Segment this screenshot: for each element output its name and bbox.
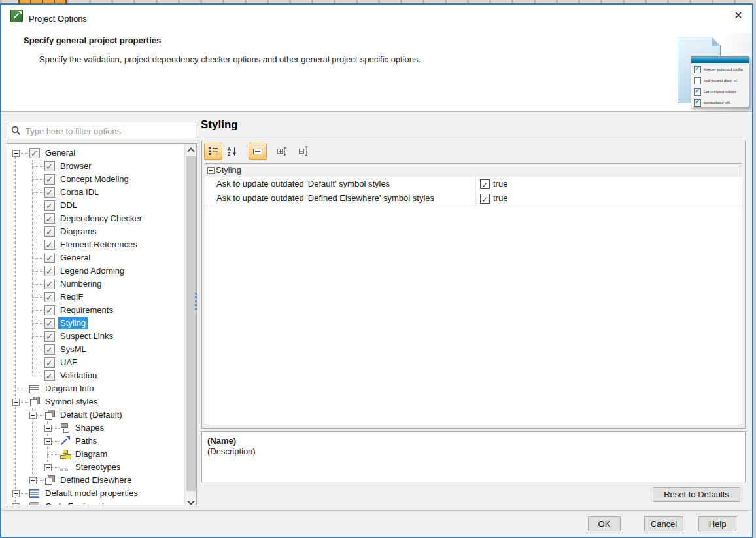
expand-toggle-icon[interactable] (29, 477, 37, 484)
tree-item-label[interactable]: Element References (58, 238, 139, 251)
tree-item-label[interactable]: DDL (58, 199, 79, 211)
tree-item-symbol-styles[interactable]: Symbol styles (7, 395, 184, 408)
tree-item-dependency-checker[interactable]: Dependency Checker (7, 212, 184, 225)
expand-toggle-icon[interactable] (12, 490, 20, 497)
collapse-toggle-icon[interactable] (12, 399, 20, 406)
tree-item-label[interactable]: Corba IDL (58, 186, 101, 198)
tree-item-diagram[interactable]: Diagram (7, 448, 184, 461)
tree-checkbox[interactable] (29, 148, 40, 158)
tree-item-sysml[interactable]: SysML (7, 343, 184, 356)
tree-item-requirements[interactable]: Requirements (7, 304, 184, 317)
tree-item-default-model-properties[interactable]: Default model properties (7, 487, 184, 500)
scrollbar-thumb[interactable] (186, 156, 196, 491)
tree-checkbox[interactable] (44, 357, 55, 368)
collapse-toggle-icon[interactable] (12, 150, 20, 157)
tree-checkbox[interactable] (44, 331, 55, 342)
tree-item-numbering[interactable]: Numbering (7, 278, 184, 291)
tree-item-shapes[interactable]: Shapes (7, 421, 184, 435)
tree-item-label[interactable]: Default model properties (43, 487, 140, 499)
tree-item-legend-adorning[interactable]: Legend Adorning (7, 264, 184, 278)
tree-item-label[interactable]: Paths (73, 435, 99, 447)
collapse-category-icon[interactable] (207, 167, 215, 174)
tree-item-label[interactable]: Diagrams (58, 225, 99, 238)
property-row[interactable]: Ask to update outdated 'Default' symbol … (205, 177, 742, 192)
tree-checkbox[interactable] (44, 240, 55, 250)
tree-item-label[interactable]: General (58, 251, 92, 264)
expand-all-button[interactable] (273, 143, 291, 160)
tree-item-label[interactable]: Shapes (73, 421, 106, 434)
tree-item-label[interactable]: Browser (58, 160, 94, 172)
tree-item-label[interactable]: Numbering (58, 278, 104, 290)
tree-checkbox[interactable] (44, 344, 55, 355)
sort-alphabetically-button[interactable]: AZ (223, 143, 241, 160)
tree-checkbox[interactable] (44, 318, 55, 329)
tree-item-styling[interactable]: Styling (7, 317, 184, 330)
value-checkbox[interactable] (480, 194, 490, 204)
tree-item-general[interactable]: General (7, 147, 184, 160)
tree-checkbox[interactable] (44, 226, 55, 237)
tree-item-ddl[interactable]: DDL (7, 199, 184, 212)
tree-item-default-default-[interactable]: Default (Default) (7, 408, 184, 421)
tree-item-diagram-info[interactable]: Diagram Info (7, 382, 184, 395)
expand-toggle-icon[interactable] (44, 425, 52, 432)
tree-item-label[interactable]: Concept Modeling (58, 173, 131, 185)
tree-item-label[interactable]: Requirements (58, 304, 115, 316)
scroll-down-icon[interactable] (185, 493, 196, 505)
scroll-up-icon[interactable] (185, 144, 196, 155)
tree-item-defined-elsewhere[interactable]: Defined Elsewhere (7, 474, 184, 487)
tree-checkbox[interactable] (44, 213, 55, 224)
collapse-all-button[interactable] (294, 143, 313, 160)
tree-item-paths[interactable]: Paths (7, 435, 184, 448)
property-value-cell[interactable]: true (475, 191, 742, 206)
tree-checkbox[interactable] (44, 200, 55, 211)
tree-item-label[interactable]: Diagram (73, 448, 109, 460)
tree-item-label[interactable]: General (43, 147, 77, 159)
cancel-button[interactable]: Cancel (644, 516, 683, 531)
tree-item-diagrams[interactable]: Diagrams (7, 225, 184, 238)
tree-item-label[interactable]: Diagram Info (43, 382, 95, 395)
tree-checkbox[interactable] (44, 279, 55, 289)
category-row[interactable]: Styling (205, 164, 742, 177)
tree-scrollbar[interactable] (184, 144, 196, 505)
tree-item-suspect-links[interactable]: Suspect Links (7, 330, 184, 343)
tree-item-concept-modeling[interactable]: Concept Modeling (7, 173, 184, 186)
tree-item-element-references[interactable]: Element References (7, 238, 184, 251)
tree-checkbox[interactable] (44, 292, 55, 302)
tree-checkbox[interactable] (44, 174, 55, 185)
value-checkbox[interactable] (480, 179, 490, 189)
tree-item-code-engineering[interactable]: Code Engineering (7, 500, 184, 505)
tree-item-label[interactable]: ReqIF (58, 291, 85, 303)
tree-item-stereotypes[interactable]: Stereotypes (7, 461, 184, 474)
tree-item-label[interactable]: Stereotypes (73, 461, 122, 473)
help-button[interactable]: Help (698, 516, 736, 531)
categorized-view-button[interactable] (204, 143, 222, 160)
show-description-area-button[interactable] (249, 143, 267, 160)
tree-item-uaf[interactable]: UAF (7, 356, 184, 369)
tree-checkbox[interactable] (44, 253, 55, 263)
tree-item-label[interactable]: Symbol styles (43, 395, 99, 408)
expand-toggle-icon[interactable] (12, 503, 20, 505)
expand-toggle-icon[interactable] (44, 464, 52, 471)
tree-item-label[interactable]: Legend Adorning (58, 264, 126, 277)
expand-toggle-icon[interactable] (44, 438, 52, 445)
reset-to-defaults-button[interactable]: Reset to Defaults (653, 487, 740, 502)
tree-checkbox[interactable] (44, 266, 55, 276)
tree-item-label[interactable]: Defined Elsewhere (58, 474, 133, 486)
tree-item-label[interactable]: SysML (58, 343, 88, 355)
filter-options-input[interactable] (24, 123, 196, 139)
collapse-toggle-icon[interactable] (29, 412, 37, 419)
tree-checkbox[interactable] (44, 305, 55, 315)
tree-item-label[interactable]: Validation (58, 369, 99, 382)
tree-item-label[interactable]: Styling (58, 317, 88, 329)
tree-checkbox[interactable] (44, 370, 55, 381)
tree-item-browser[interactable]: Browser (7, 160, 184, 173)
tree-item-label[interactable]: Suspect Links (58, 330, 115, 342)
tree-item-corba-idl[interactable]: Corba IDL (7, 186, 184, 199)
tree-item-general[interactable]: General (7, 251, 184, 264)
tree-checkbox[interactable] (44, 187, 55, 198)
property-row[interactable]: Ask to update outdated 'Defined Elsewher… (205, 191, 742, 206)
tree-item-reqif[interactable]: ReqIF (7, 291, 184, 304)
tree-item-label[interactable]: Code Engineering (43, 500, 115, 505)
splitter-grip[interactable] (195, 293, 197, 312)
tree-item-label[interactable]: Dependency Checker (58, 212, 144, 224)
